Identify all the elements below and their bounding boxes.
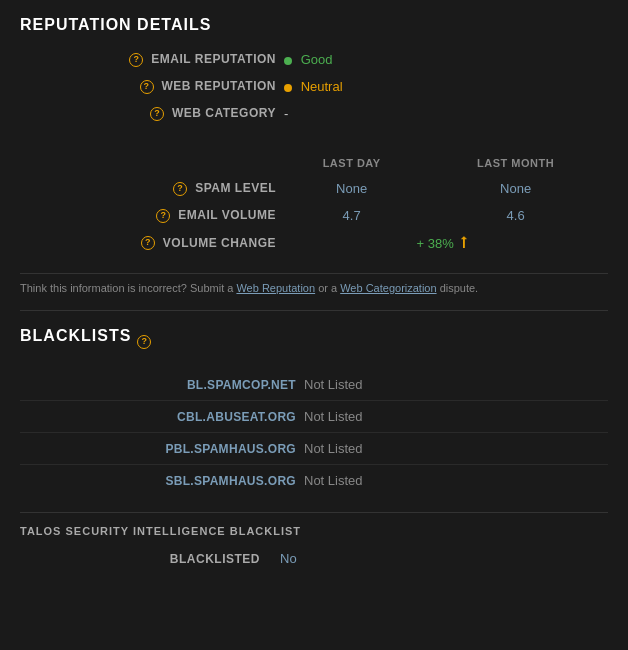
stats-table: LAST DAY LAST MONTH ? SPAM LEVEL None No… xyxy=(20,151,608,257)
email-reputation-help-icon[interactable]: ? xyxy=(129,53,143,67)
talos-row: BLACKLISTED No xyxy=(20,547,608,570)
reputation-section: REPUTATION DETAILS ? EMAIL REPUTATION Go… xyxy=(0,0,628,143)
stats-empty-header xyxy=(20,151,280,175)
web-category-value: - xyxy=(280,100,608,127)
spam-level-label: ? SPAM LEVEL xyxy=(20,175,280,202)
table-row: BL.SPAMCOP.NET Not Listed xyxy=(20,369,608,401)
spam-level-help-icon[interactable]: ? xyxy=(173,182,187,196)
web-category-row: ? WEB CATEGORY - xyxy=(20,100,608,127)
blacklists-help-icon[interactable]: ? xyxy=(137,335,151,349)
web-categorization-link[interactable]: Web Categorization xyxy=(340,282,436,294)
volume-change-value: + 38% 🠕 xyxy=(280,229,608,257)
bl-name-0: BL.SPAMCOP.NET xyxy=(20,369,300,401)
web-category-label: ? WEB CATEGORY xyxy=(20,100,280,127)
table-row: PBL.SPAMHAUS.ORG Not Listed xyxy=(20,433,608,465)
volume-change-label: ? VOLUME CHANGE xyxy=(20,229,280,257)
bl-status-0: Not Listed xyxy=(300,369,608,401)
spam-level-last-month: None xyxy=(423,175,608,202)
web-reputation-link[interactable]: Web Reputation xyxy=(236,282,315,294)
bl-status-1: Not Listed xyxy=(300,401,608,433)
bl-name-2: PBL.SPAMHAUS.ORG xyxy=(20,433,300,465)
reputation-table: ? EMAIL REPUTATION Good ? WEB REPUTATION… xyxy=(20,46,608,127)
web-category-help-icon[interactable]: ? xyxy=(150,107,164,121)
blacklist-table: BL.SPAMCOP.NET Not Listed CBL.ABUSEAT.OR… xyxy=(20,369,608,496)
bl-status-3: Not Listed xyxy=(300,465,608,497)
stats-header-row: LAST DAY LAST MONTH xyxy=(20,151,608,175)
volume-change-row: ? VOLUME CHANGE + 38% 🠕 xyxy=(20,229,608,257)
web-reputation-help-icon[interactable]: ? xyxy=(140,80,154,94)
email-volume-help-icon[interactable]: ? xyxy=(156,209,170,223)
bl-name-3: SBL.SPAMHAUS.ORG xyxy=(20,465,300,497)
email-volume-label: ? EMAIL VOLUME xyxy=(20,202,280,229)
email-reputation-value: Good xyxy=(280,46,608,73)
last-month-header: LAST MONTH xyxy=(423,151,608,175)
reputation-title: REPUTATION DETAILS xyxy=(20,16,608,34)
web-reputation-row: ? WEB REPUTATION Neutral xyxy=(20,73,608,100)
bl-name-1: CBL.ABUSEAT.ORG xyxy=(20,401,300,433)
spam-level-last-day: None xyxy=(280,175,423,202)
talos-section: TALOS SECURITY INTELLIGENCE BLACKLIST BL… xyxy=(0,513,628,586)
email-reputation-row: ? EMAIL REPUTATION Good xyxy=(20,46,608,73)
blacklist-title-row: BLACKLISTS ? xyxy=(20,327,608,357)
disclaimer: Think this information is incorrect? Sub… xyxy=(0,274,628,310)
stats-section: LAST DAY LAST MONTH ? SPAM LEVEL None No… xyxy=(0,143,628,273)
talos-value: No xyxy=(280,551,297,566)
email-volume-row: ? EMAIL VOLUME 4.7 4.6 xyxy=(20,202,608,229)
talos-label: BLACKLISTED xyxy=(20,552,280,566)
web-reputation-value: Neutral xyxy=(280,73,608,100)
web-reputation-label: ? WEB REPUTATION xyxy=(20,73,280,100)
email-reputation-label: ? EMAIL REPUTATION xyxy=(20,46,280,73)
volume-up-arrow-icon: 🠕 xyxy=(457,235,471,251)
bl-status-2: Not Listed xyxy=(300,433,608,465)
email-reputation-dot xyxy=(284,57,292,65)
email-volume-last-month: 4.6 xyxy=(423,202,608,229)
blacklists-section: BLACKLISTS ? BL.SPAMCOP.NET Not Listed C… xyxy=(0,311,628,512)
web-reputation-dot xyxy=(284,84,292,92)
table-row: SBL.SPAMHAUS.ORG Not Listed xyxy=(20,465,608,497)
volume-change-help-icon[interactable]: ? xyxy=(141,236,155,250)
table-row: CBL.ABUSEAT.ORG Not Listed xyxy=(20,401,608,433)
talos-title: TALOS SECURITY INTELLIGENCE BLACKLIST xyxy=(20,525,608,537)
last-day-header: LAST DAY xyxy=(280,151,423,175)
spam-level-row: ? SPAM LEVEL None None xyxy=(20,175,608,202)
email-volume-last-day: 4.7 xyxy=(280,202,423,229)
blacklists-title: BLACKLISTS xyxy=(20,327,131,345)
